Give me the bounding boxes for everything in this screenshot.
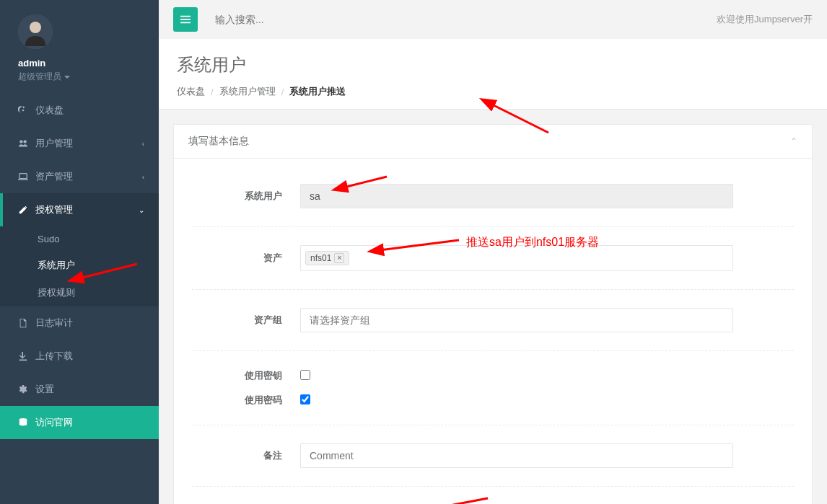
breadcrumb-sep: / (281, 87, 284, 97)
svg-rect-6 (18, 180, 28, 180)
nav-asset-mgmt[interactable]: 资产管理 ‹ (0, 160, 159, 193)
nav-official-label: 访问官网 (35, 416, 73, 429)
divider (192, 425, 794, 425)
bars-icon (180, 14, 191, 25)
nav-user-mgmt[interactable]: 用户管理 ‹ (0, 127, 159, 160)
nav-dashboard[interactable]: 仪表盘 (0, 94, 159, 127)
sidebar-header: admin 超级管理员 (0, 0, 159, 94)
breadcrumb-current: 系统用户推送 (289, 85, 346, 98)
form-row-use-key: 使用密钥 (192, 355, 794, 388)
search-input[interactable] (212, 8, 702, 31)
svg-rect-9 (180, 19, 191, 20)
remark-input[interactable] (300, 443, 733, 468)
nav-settings[interactable]: 设置 (0, 373, 159, 406)
nav-official[interactable]: 访问官网 (0, 406, 159, 439)
nav-settings-label: 设置 (35, 383, 54, 396)
file-icon (18, 318, 28, 328)
nav-updown[interactable]: 上传下载 (0, 340, 159, 373)
label-use-pass: 使用密码 (192, 394, 300, 407)
sysuser-input[interactable] (300, 184, 733, 208)
asset-tag-input[interactable]: nfs01 × (300, 245, 733, 271)
divider (192, 486, 794, 487)
label-asset-group: 资产组 (192, 314, 300, 327)
nav-perm-mgmt-label: 授权管理 (35, 203, 73, 216)
nav-user-mgmt-label: 用户管理 (35, 137, 73, 150)
page-heading: 系统用户 仪表盘 / 系统用户管理 / 系统用户推送 (159, 39, 827, 110)
subnav-rules[interactable]: 授权规则 (0, 279, 159, 306)
divider (192, 289, 794, 290)
gear-icon (18, 384, 28, 394)
laptop-icon (18, 172, 28, 182)
subnav-sudo[interactable]: Sudo (0, 226, 159, 252)
welcome-text: 欢迎使用Jumpserver开 (717, 13, 813, 26)
subnav-perm: Sudo 系统用户 授权规则 (0, 226, 159, 306)
topbar: 欢迎使用Jumpserver开 (159, 0, 827, 39)
form-row-use-pass: 使用密码 (192, 388, 794, 421)
sidebar: admin 超级管理员 仪表盘 用户管理 ‹ 资产管理 ‹ (0, 0, 159, 504)
nav-updown-label: 上传下载 (35, 350, 73, 363)
user-role-dropdown[interactable]: 超级管理员 (18, 71, 70, 83)
users-icon (18, 138, 28, 149)
database-icon (18, 417, 28, 428)
page-title: 系统用户 (177, 53, 809, 76)
label-asset: 资产 (192, 252, 300, 265)
svg-rect-8 (180, 16, 191, 17)
svg-point-3 (19, 140, 22, 143)
asset-group-input[interactable] (300, 308, 733, 332)
form-row-sysuser: 系统用户 (192, 169, 794, 223)
asset-tag-label: nfs01 (310, 253, 331, 263)
caret-down-icon (64, 76, 70, 79)
panel-heading: 填写基本信息 ⌃ (174, 125, 812, 159)
avatar[interactable] (18, 14, 53, 49)
svg-point-4 (23, 140, 26, 143)
svg-rect-5 (19, 174, 27, 179)
user-role-label: 超级管理员 (18, 71, 61, 83)
form-row-asset: 资产 nfs01 × 推送sa用户到nfs (192, 231, 794, 286)
form-row-asset-group: 资产组 (192, 293, 794, 347)
download-icon (18, 351, 28, 361)
chevron-left-icon: ‹ (142, 140, 144, 148)
chevron-left-icon: ‹ (142, 173, 144, 181)
breadcrumb-sep: / (211, 87, 214, 97)
nav-perm-mgmt[interactable]: 授权管理 ⌄ (0, 193, 159, 226)
divider (192, 350, 794, 351)
nav-dashboard-label: 仪表盘 (35, 104, 64, 117)
form-row-remark: 备注 (192, 429, 794, 482)
svg-rect-10 (180, 22, 191, 24)
panel-body: 系统用户 资产 (174, 159, 812, 504)
use-pass-checkbox[interactable] (300, 394, 310, 404)
nav-audit-label: 日志审计 (35, 317, 73, 330)
nav-asset-mgmt-label: 资产管理 (35, 170, 73, 183)
main: 欢迎使用Jumpserver开 系统用户 仪表盘 / 系统用户管理 / 系统用户… (159, 0, 827, 504)
panel: 填写基本信息 ⌃ 系统用户 资产 (173, 124, 813, 504)
asset-tag: nfs01 × (305, 251, 349, 265)
form-row-buttons: 取消 推送 (192, 490, 794, 504)
label-sysuser: 系统用户 (192, 190, 300, 203)
panel-heading-title: 填写基本信息 (188, 135, 249, 148)
svg-point-2 (22, 110, 25, 112)
nav: 仪表盘 用户管理 ‹ 资产管理 ‹ 授权管理 ⌄ Sudo 系统用户 授权规则 (0, 94, 159, 439)
username: admin (18, 58, 141, 68)
chevron-down-icon: ⌄ (139, 206, 144, 214)
dashboard-icon (18, 105, 28, 115)
annotation-arrow (408, 494, 495, 504)
breadcrumb: 仪表盘 / 系统用户管理 / 系统用户推送 (177, 85, 809, 98)
subnav-sysuser[interactable]: 系统用户 (0, 252, 159, 279)
use-key-checkbox[interactable] (300, 370, 310, 380)
chevron-up-icon[interactable]: ⌃ (790, 136, 797, 146)
divider (192, 226, 794, 227)
svg-point-1 (30, 22, 41, 33)
nav-audit[interactable]: 日志审计 (0, 306, 159, 340)
tag-remove-icon[interactable]: × (334, 253, 344, 263)
svg-line-14 (416, 498, 488, 504)
label-remark: 备注 (192, 449, 300, 462)
content: 填写基本信息 ⌃ 系统用户 资产 (159, 110, 827, 504)
label-use-key: 使用密钥 (192, 369, 300, 382)
breadcrumb-home[interactable]: 仪表盘 (177, 85, 205, 98)
menu-toggle-button[interactable] (173, 7, 198, 32)
breadcrumb-mid[interactable]: 系统用户管理 (219, 85, 276, 98)
edit-icon (18, 205, 28, 215)
